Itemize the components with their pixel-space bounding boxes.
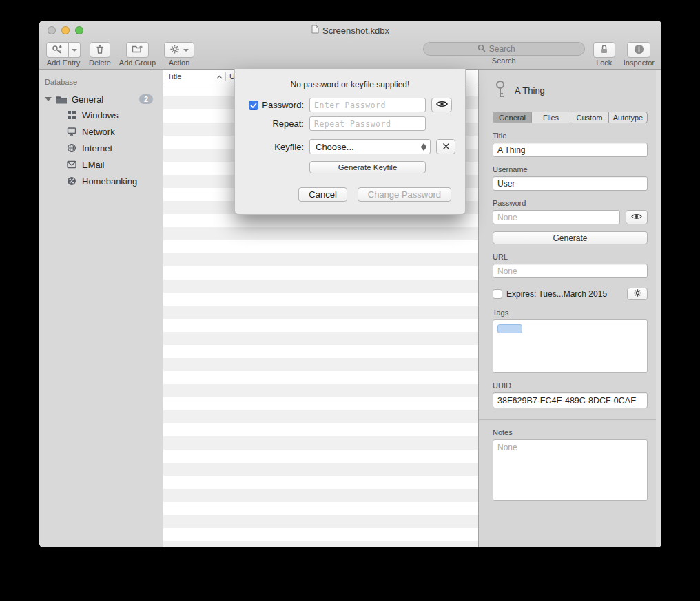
eye-icon — [631, 212, 642, 222]
zoom-button[interactable] — [75, 26, 83, 34]
minimize-button[interactable] — [61, 26, 70, 34]
gear-icon — [633, 288, 642, 299]
add-entry-button[interactable] — [46, 42, 69, 58]
sidebar-header: Database — [45, 78, 163, 86]
expires-settings-button[interactable] — [627, 288, 648, 300]
inspector-panel: A Thing General Files Custom Autotype Ti… — [479, 70, 661, 547]
chevron-down-icon — [72, 49, 77, 52]
expires-label: Expires: Tues...March 2015 — [506, 289, 623, 299]
sort-asc-icon — [216, 72, 223, 81]
folder-icon — [56, 95, 68, 104]
window-title: Screenshot.kdbx — [311, 25, 389, 36]
toolbar: Add Entry Delete — [39, 40, 661, 69]
generate-password-button[interactable]: Generate — [493, 231, 648, 244]
key-plus-icon — [52, 44, 63, 56]
tags-field-label: Tags — [493, 308, 648, 317]
enter-password-input[interactable] — [309, 98, 426, 112]
sidebar-item-homebanking[interactable]: Homebanking — [39, 173, 163, 189]
notes-field-label: Notes — [493, 428, 648, 436]
dialog-buttons: Cancel Change Password — [235, 187, 451, 202]
entry-header: A Thing — [493, 79, 648, 101]
toolbar-item-delete: Delete — [89, 42, 111, 67]
tab-custom[interactable]: Custom — [570, 112, 609, 123]
toolbar-item-add-group: Add Group — [119, 42, 156, 67]
notes-field[interactable] — [493, 439, 648, 501]
sidebar-item-email[interactable]: EMail — [39, 156, 163, 173]
search-icon — [477, 43, 486, 55]
title-field[interactable] — [493, 143, 648, 157]
uuid-field[interactable] — [493, 392, 648, 408]
sidebar-item-label: EMail — [82, 160, 105, 170]
tab-files[interactable]: Files — [532, 112, 570, 123]
disclosure-triangle-icon[interactable] — [45, 97, 52, 101]
add-group-label: Add Group — [119, 59, 156, 67]
titlebar[interactable]: Screenshot.kdbx — [39, 21, 661, 40]
section-divider — [479, 419, 661, 420]
trash-icon — [95, 44, 105, 56]
repeat-password-input[interactable] — [309, 116, 426, 131]
sidebar-group-label: General — [72, 94, 103, 105]
tag-pill[interactable] — [497, 324, 522, 333]
change-password-button[interactable]: Change Password — [358, 187, 451, 202]
inspector-scrollbar[interactable] — [656, 70, 661, 547]
close-button[interactable] — [48, 26, 56, 34]
show-password-button[interactable] — [626, 210, 648, 224]
sidebar-item-label: Windows — [82, 110, 119, 120]
toolbar-item-lock: Lock — [593, 42, 615, 67]
inspector-button[interactable] — [627, 42, 650, 58]
password-field-label: Password — [493, 199, 648, 207]
coin-icon — [67, 176, 76, 186]
toolbar-item-inspector: Inspector — [624, 42, 655, 67]
toolbar-item-action: Action — [164, 42, 194, 67]
inspector-label: Inspector — [624, 59, 655, 67]
monitor-icon — [67, 127, 76, 136]
cancel-button[interactable]: Cancel — [298, 187, 347, 202]
sidebar-group-general[interactable]: General 2 — [39, 92, 163, 107]
sidebar-item-label: Homebanking — [82, 176, 137, 187]
repeat-row: Repeat: — [235, 116, 465, 131]
sidebar-item-label: Internet — [82, 143, 112, 154]
close-x-icon — [442, 142, 450, 152]
document-icon — [311, 25, 319, 36]
check-icon — [250, 103, 257, 108]
window-title-text: Screenshot.kdbx — [322, 25, 389, 36]
username-field[interactable] — [493, 176, 648, 191]
sidebar-item-network[interactable]: Network — [39, 123, 163, 140]
chevron-down-icon — [183, 49, 189, 52]
delete-button[interactable] — [90, 42, 110, 58]
expires-checkbox[interactable] — [493, 289, 502, 299]
inspector-tabs: General Files Custom Autotype — [493, 112, 648, 123]
search-input[interactable] — [489, 44, 531, 54]
add-entry-dropdown-button[interactable] — [69, 42, 81, 58]
search-field[interactable] — [423, 42, 585, 56]
keyfile-select[interactable]: Choose... — [309, 139, 431, 154]
lock-button[interactable] — [593, 42, 615, 58]
column-header-title[interactable]: Title — [163, 72, 225, 81]
username-field-label: Username — [493, 165, 648, 173]
column-header-username[interactable]: U — [226, 72, 235, 81]
action-button[interactable] — [164, 42, 194, 58]
tab-general[interactable]: General — [493, 112, 532, 123]
tags-box[interactable] — [493, 319, 648, 373]
password-checkbox[interactable] — [249, 101, 258, 110]
repeat-label: Repeat: — [272, 118, 304, 129]
keyfile-label: Keyfile: — [274, 142, 304, 152]
url-field[interactable] — [493, 264, 648, 278]
sidebar-item-internet[interactable]: Internet — [39, 140, 163, 156]
desktop: Screenshot.kdbx Add E — [0, 0, 700, 601]
sidebar-item-windows[interactable]: Windows — [39, 107, 163, 123]
expires-row: Expires: Tues...March 2015 — [493, 288, 648, 300]
stepper-icon — [421, 143, 426, 151]
delete-label: Delete — [89, 59, 111, 67]
search-caption: Search — [492, 56, 516, 65]
password-row: Password: — [235, 98, 465, 112]
tab-autotype[interactable]: Autotype — [609, 112, 647, 123]
dialog-message: No password or keyfile supplied! — [235, 80, 465, 89]
generate-keyfile-button[interactable]: Generate Keyfile — [309, 161, 426, 173]
add-group-button[interactable] — [126, 42, 149, 58]
clear-keyfile-button[interactable] — [436, 139, 455, 154]
folder-plus-icon — [132, 44, 143, 56]
password-field[interactable] — [493, 210, 620, 224]
app-window: Screenshot.kdbx Add E — [39, 21, 661, 547]
show-password-button[interactable] — [431, 98, 452, 112]
